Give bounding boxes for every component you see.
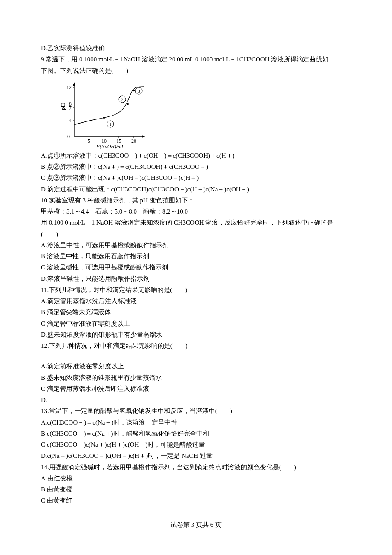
q12-stem: 12.下列几种情况，对中和滴定结果无影响的是( ) (41, 340, 351, 351)
svg-text:8: 8 (69, 101, 72, 107)
q10-option-a: A.溶液呈中性，可选用甲基橙或酚酞作指示剂 (41, 240, 351, 251)
svg-point-23 (103, 117, 105, 119)
q14-option-c: C.由黄变红 (41, 495, 351, 506)
q10-stem-1: 10.实验室现有 3 种酸碱指示剂，其 pH 变色范围如下： (41, 195, 351, 206)
q14-option-b: B.由黄变橙 (41, 484, 351, 495)
q9-option-a: A.点①所示溶液中：c(CH3COO－)＋c(OH－)＝c(CH3COOH)＋c… (41, 150, 351, 161)
svg-marker-3 (142, 135, 145, 138)
q13-stem: 13.常温下，一定量的醋酸与氢氧化钠发生中和反应，当溶液中( ) (41, 405, 351, 416)
q14-stem: 14.用强酸滴定强碱时，若选用甲基橙作指示剂，当达到滴定终点时溶液的颜色变化是(… (41, 462, 351, 473)
svg-text:15: 15 (116, 138, 121, 144)
q13-option-a: A.c(CH3COO－)＝c(Na＋)时，该溶液一定呈中性 (41, 417, 351, 428)
q11-option-b: B.滴定管尖端未充满液体 (41, 306, 351, 318)
q9-stem-2: 下图。下列说法正确的是( ) (41, 65, 351, 76)
svg-text:V(NaOH)/mL: V(NaOH)/mL (96, 144, 124, 149)
svg-text:1: 1 (109, 121, 112, 127)
q10-stem-3: 用 0.100 0 mol·L－1 NaOH 溶液滴定未知浓度的 CH3COOH… (41, 217, 351, 228)
q12-option-d: D. (41, 394, 351, 405)
svg-point-24 (127, 103, 129, 105)
q12-option-a: A.滴定前标准液在零刻度以上 (41, 361, 351, 372)
q9-option-b: B.点②所示溶液中：c(Na＋)＝c(CH3COOH)＋c(CH3COO－) (41, 161, 351, 172)
q9-chart: 0 4 7 8 12 5 10 15 20 (61, 79, 351, 149)
svg-text:12: 12 (66, 84, 72, 90)
q11-option-a: A.滴定管用蒸馏水洗后注入标准液 (41, 295, 351, 306)
q12-gap (41, 351, 351, 361)
q10-option-d: D.溶液呈碱性，只能选用酚酞作指示剂 (41, 273, 351, 284)
q13-option-d: D.c(Na＋)c(CH3COO－)c(OH－)c(H＋)时，一定是 NaOH … (41, 450, 351, 461)
svg-text:3: 3 (138, 88, 140, 93)
q14-option-a: A.由红变橙 (41, 473, 351, 484)
page-footer: 试卷第 3 页共 6 页 (41, 519, 351, 530)
q10-stem-4: ( ) (41, 228, 351, 240)
q11-option-d: D.盛未知浓度溶液的锥形瓶中有少量蒸馏水 (41, 329, 351, 340)
q9-stem-1: 9.常温下，用 0.1000 mol·L－1NaOH 溶液滴定 20.00 mL… (41, 54, 351, 65)
svg-point-25 (133, 90, 135, 91)
q10-stem-2: 甲基橙：3.1～4.4 石蕊：5.0～8.0 酚酞：8.2～10.0 (41, 206, 351, 217)
q10-option-c: C.溶液呈碱性，可选用甲基橙或酚酞作指示剂 (41, 262, 351, 273)
q10-option-b: B.溶液呈中性，只能选用石蕊作指示剂 (41, 251, 351, 262)
q9-option-d: D.滴定过程中可能出现：c(CH3COOH)c(CH3COO－)c(H＋)c(N… (41, 184, 351, 195)
titration-curve-svg: 0 4 7 8 12 5 10 15 20 (61, 79, 151, 149)
q13-option-b: B.c(CH3COO－)＝c(Na＋)时，醋酸和氢氧化钠恰好完全中和 (41, 428, 351, 439)
q12-option-b: B.盛未知浓度溶液的锥形瓶里有少量蒸馏水 (41, 372, 351, 383)
svg-text:5: 5 (88, 138, 90, 144)
svg-text:0: 0 (67, 133, 70, 139)
svg-text:2: 2 (121, 97, 124, 102)
svg-text:20: 20 (131, 138, 136, 144)
svg-text:4: 4 (69, 117, 72, 123)
q9-option-c: C.点③所示溶液中：c(Na＋)c(OH－)c(CH3COO－)c(H＋) (41, 172, 351, 183)
svg-text:pH: pH (61, 103, 66, 110)
q12-option-c: C.滴定管用蒸馏水冲洗后即注入标准液 (41, 383, 351, 394)
q8-option-d: D.乙实际测得值较准确 (41, 43, 351, 54)
svg-marker-1 (73, 82, 75, 86)
svg-text:10: 10 (101, 138, 107, 144)
q11-option-c: C.滴定管中标准液在零刻度以上 (41, 318, 351, 329)
q11-stem: 11.下列几种情况，对中和滴定结果无影响的是( ) (41, 284, 351, 295)
q13-option-c: C.c(CH3COO－)c(Na＋)c(H＋)c(OH－)时，可能是醋酸过量 (41, 439, 351, 450)
